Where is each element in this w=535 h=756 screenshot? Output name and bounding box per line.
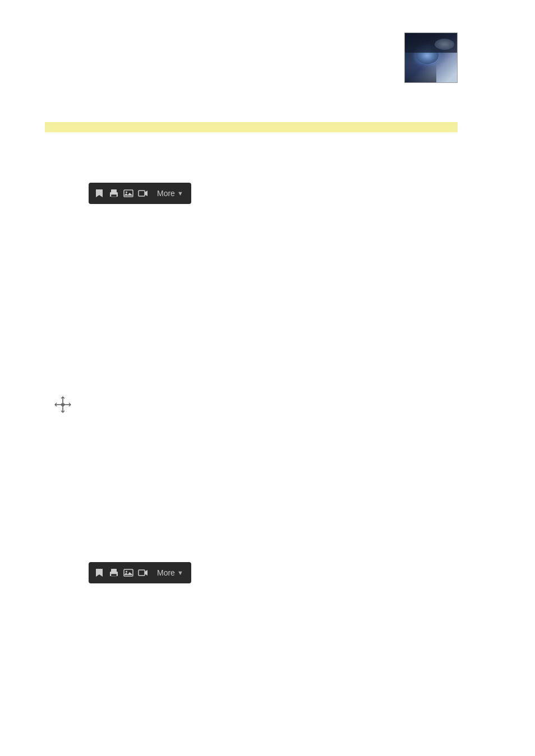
chevron-down-icon-2: ▼ [177,569,183,576]
print-icon-2[interactable] [109,568,119,578]
bookmark-icon[interactable] [94,188,104,198]
video-icon[interactable] [138,188,148,198]
print-icon[interactable] [109,188,119,198]
bookmark-icon-2[interactable] [94,568,104,578]
more-label-1: More [157,189,175,198]
svg-point-15 [126,571,127,573]
svg-rect-11 [111,569,117,572]
svg-rect-4 [124,190,133,197]
svg-point-13 [116,573,117,574]
svg-rect-16 [139,570,145,576]
crosshair-move-icon [54,396,72,414]
image-icon-2[interactable] [123,568,133,578]
yellow-highlight-bar [45,122,458,132]
image-icon[interactable] [123,188,133,198]
svg-point-5 [126,192,127,193]
toolbar-1: More ▼ [89,183,191,204]
svg-rect-6 [139,191,145,196]
video-icon-2[interactable] [138,568,148,578]
svg-rect-1 [111,189,117,193]
toolbar-2: More ▼ [89,562,191,583]
chevron-down-icon: ▼ [177,190,183,197]
more-label-2: More [157,568,175,577]
svg-point-3 [116,193,117,194]
svg-rect-2 [111,194,117,197]
more-button-1[interactable]: More ▼ [155,188,186,199]
more-button-2[interactable]: More ▼ [155,567,186,578]
page: More ▼ [0,0,535,756]
svg-rect-14 [124,569,133,576]
svg-rect-12 [111,574,117,576]
animal-thumbnail [404,33,458,83]
